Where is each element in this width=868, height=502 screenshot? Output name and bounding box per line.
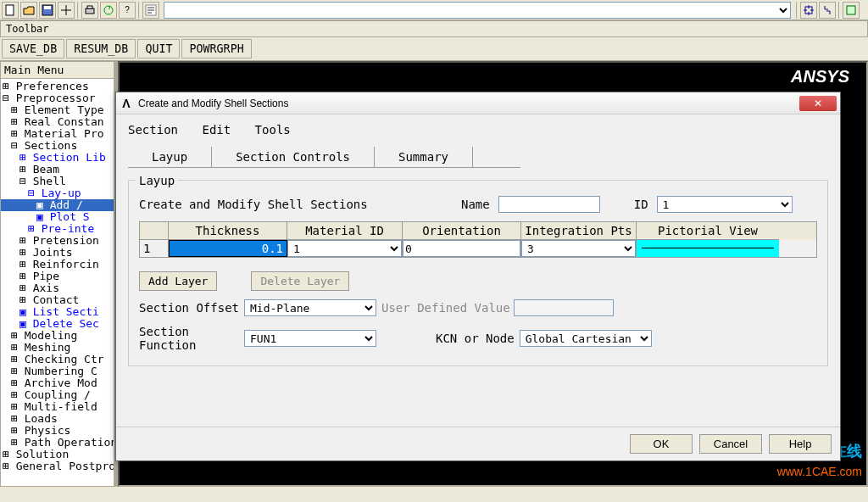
tree-item[interactable]: ▣ List Secti [1, 306, 114, 318]
command-combo[interactable] [164, 2, 791, 19]
thickness-cell[interactable]: 0.1 [169, 240, 287, 257]
tree-item[interactable]: ⊟ Lay-up [1, 187, 114, 199]
tree-item[interactable]: ⊞ Reinforcin [1, 259, 114, 271]
dialog-footer: OK Cancel Help [116, 427, 840, 460]
toolbar-buttons-row: SAVE_DB RESUM_DB QUIT POWRGRPH [0, 37, 868, 61]
menu-tools[interactable]: Tools [255, 123, 291, 137]
resum-db-button[interactable]: RESUM_DB [66, 39, 136, 59]
header-thickness: Thickness [169, 222, 287, 240]
tree-item[interactable]: ⊞ Coupling / [1, 389, 114, 401]
menu-section[interactable]: Section [128, 123, 178, 137]
add-layer-button[interactable]: Add Layer [139, 271, 217, 291]
powrgrph-button[interactable]: POWRGRPH [181, 39, 251, 59]
orientation-cell[interactable] [403, 240, 521, 257]
print-icon[interactable] [81, 2, 98, 19]
function-select[interactable]: FUN1 [244, 330, 376, 347]
dialog-menubar: Section Edit Tools [128, 123, 828, 137]
ansys-icon: Λ [120, 97, 133, 110]
tree-item[interactable]: ⊞ Section Lib [1, 152, 114, 164]
tree-item[interactable]: ⊞ Pipe [1, 271, 114, 282]
tree-item[interactable]: ⊞ Path Operations [1, 437, 114, 449]
tab-spacer [472, 147, 520, 168]
layers-grid: Thickness Material ID Orientation Integr… [139, 221, 817, 258]
save-db-button[interactable]: SAVE_DB [2, 39, 64, 59]
tab-layup[interactable]: Layup [128, 147, 211, 168]
tree-item[interactable]: ⊞ Archive Mod [1, 377, 114, 389]
close-icon[interactable]: ✕ [799, 96, 837, 111]
tree-item[interactable]: ⊟ Preprocessor [1, 92, 114, 104]
divider [138, 2, 140, 19]
pan-icon[interactable] [58, 2, 75, 19]
tree-item[interactable]: ⊟ Shell [1, 176, 114, 187]
integration-cell[interactable]: 3 [521, 240, 637, 257]
delete-layer-button[interactable]: Delete Layer [251, 271, 349, 291]
tree-item[interactable]: ⊞ Loads [1, 413, 114, 425]
shell-sections-dialog: Λ Create and Modify Shell Sections ✕ Sec… [115, 92, 841, 461]
tree-item[interactable]: ▣ Plot S [1, 211, 114, 223]
kcn-label: KCN or Node [436, 332, 515, 345]
name-field[interactable] [498, 196, 600, 213]
save-icon[interactable] [39, 2, 56, 19]
tree-item[interactable]: ⊞ Meshing [1, 342, 114, 354]
tree-item[interactable]: ⊞ Preferences [1, 81, 114, 92]
material-cell[interactable]: 1 [287, 240, 403, 257]
command-icon[interactable] [142, 2, 159, 19]
tree-item[interactable]: ⊞ Contact [1, 294, 114, 306]
tree-item[interactable]: ⊞ Element Type [1, 104, 114, 116]
tab-section-controls[interactable]: Section Controls [211, 147, 374, 168]
tree-item[interactable]: ⊞ Pre-inte [1, 223, 114, 235]
svg-rect-3 [86, 8, 94, 14]
udv-field [514, 299, 614, 316]
cancel-button[interactable]: Cancel [699, 434, 762, 454]
new-icon[interactable] [2, 2, 19, 19]
tree-item[interactable]: ⊞ Checking Ctr [1, 354, 114, 365]
help-icon[interactable]: ? [119, 2, 136, 19]
tree-item[interactable]: ⊞ Physics [1, 425, 114, 437]
tree-item[interactable]: ⊞ Pretension [1, 235, 114, 247]
offset-label: Section Offset [139, 301, 244, 315]
replot-icon[interactable] [843, 2, 860, 19]
tree-item[interactable]: ⊞ Solution [1, 449, 114, 460]
tree-item[interactable]: ⊞ General Postproc [1, 460, 114, 472]
tree-item[interactable]: ⊞ Real Constan [1, 116, 114, 128]
fieldset-legend: Layup [136, 174, 178, 187]
refresh-icon[interactable] [100, 2, 117, 19]
offset-select[interactable]: Mid-Plane [244, 299, 376, 316]
tree-item[interactable]: ⊞ Axis [1, 282, 114, 294]
dialog-titlebar[interactable]: Λ Create and Modify Shell Sections ✕ [116, 92, 840, 114]
zoom-icon[interactable] [800, 2, 817, 19]
udv-label: User Defined Value [381, 301, 510, 315]
tree-item[interactable]: ⊞ Multi-field [1, 401, 114, 413]
icon-toolbar: ? [0, 0, 868, 20]
watermark-url: www.1CAE.com [777, 465, 862, 478]
header-material: Material ID [287, 222, 403, 240]
ansys-logo: ANSYS [791, 67, 849, 86]
menu-edit[interactable]: Edit [202, 123, 231, 137]
svg-point-5 [104, 6, 113, 14]
kcn-select[interactable]: Global Cartesian [520, 330, 652, 347]
tabs: Layup Section Controls Summary [128, 147, 828, 168]
tree-item[interactable]: ▣ Add / [1, 199, 114, 211]
id-label: ID [634, 198, 648, 211]
header-index [140, 222, 169, 240]
tree-item[interactable]: ⊟ Sections [1, 140, 114, 152]
svg-rect-8 [847, 6, 855, 14]
help-button[interactable]: Help [769, 434, 832, 454]
tree-item[interactable]: ⊞ Material Pro [1, 128, 114, 140]
tree-item[interactable]: ⊞ Joints [1, 247, 114, 259]
open-icon[interactable] [20, 2, 37, 19]
tree-item[interactable]: ⊞ Numbering C [1, 365, 114, 377]
tree-item[interactable]: ▣ Delete Sec [1, 318, 114, 330]
tree-item[interactable]: ⊞ Modeling [1, 330, 114, 342]
quit-button[interactable]: QUIT [137, 39, 180, 59]
divider [838, 2, 840, 19]
ok-button[interactable]: OK [630, 434, 693, 454]
tab-summary[interactable]: Summary [374, 147, 472, 168]
row-index: 1 [140, 240, 169, 257]
tree-item[interactable]: ⊞ Beam [1, 164, 114, 176]
id-select[interactable]: 1 [657, 196, 793, 213]
subtitle: Create and Modify Shell Sections [139, 198, 461, 211]
toolbar-label: Toolbar [0, 20, 868, 37]
rotate-icon[interactable] [819, 2, 836, 19]
main-menu-tree[interactable]: Main Menu ⊞ Preferences⊟ Preprocessor⊞ E… [0, 61, 114, 487]
